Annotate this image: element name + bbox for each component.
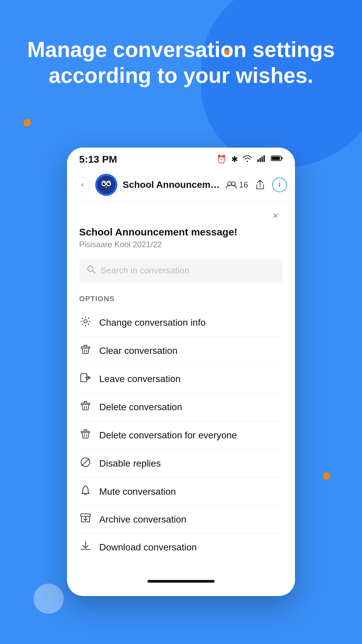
options-label: OPTIONS [79,294,283,303]
members-badge: 16 [226,180,248,190]
svg-point-17 [84,320,87,323]
drawer-close-row: × [79,201,283,226]
svg-rect-3 [263,155,265,162]
svg-rect-1 [259,158,261,162]
status-time: 5:13 PM [79,154,117,165]
svg-point-7 [97,176,115,194]
settings-icon [79,316,92,329]
bluetooth-icon: ✱ [231,155,238,164]
phone-mockup: 5:13 PM ⏰ ✱ [67,148,295,596]
info-icon: i [279,180,281,189]
search-box[interactable]: Search in conversation [79,259,283,282]
menu-label-change-info: Change conversation info [99,317,206,328]
members-count: 16 [239,180,248,190]
circle-bottom-left [34,584,64,614]
svg-rect-2 [261,157,263,162]
svg-point-12 [104,183,105,184]
svg-rect-18 [81,347,90,348]
home-indicator [147,580,215,583]
svg-point-11 [107,182,110,185]
drawer-title: School Announcement message! [79,226,283,238]
menu-label-archive: Archive conversation [99,514,186,525]
leave-icon [79,372,92,385]
menu-item-download[interactable]: Download conversation [79,533,283,561]
download-icon [79,541,92,554]
battery-icon [271,155,283,164]
svg-point-13 [109,183,110,184]
chat-header: ‹ School Announcement... [67,169,295,201]
menu-label-disable-replies: Disable replies [99,458,161,469]
back-button[interactable]: ‹ [75,177,90,192]
menu-item-change-info[interactable]: Change conversation info [79,309,283,337]
search-icon [86,265,96,276]
menu-item-delete-all[interactable]: Delete conversation for everyone [79,421,283,449]
chat-title: School Announcement... [123,179,220,190]
drawer-panel: × School Announcement message! Pisisaare… [67,201,295,573]
archive-icon [79,513,92,526]
header-actions: 16 i [226,177,287,192]
close-button[interactable]: × [268,208,283,223]
attachment-button[interactable] [253,177,267,192]
dot-right [323,472,330,480]
menu-label-delete: Delete conversation [99,402,182,413]
status-icons: ⏰ ✱ [217,155,283,164]
menu-label-leave: Leave conversation [99,374,181,384]
svg-point-10 [103,182,105,185]
svg-rect-23 [81,514,90,517]
svg-rect-0 [257,159,259,162]
search-placeholder: Search in conversation [101,265,189,276]
menu-item-archive[interactable]: Archive conversation [79,506,283,533]
svg-rect-6 [281,157,283,159]
menu-label-mute: Mute conversation [99,486,176,497]
disable-icon [79,457,92,470]
menu-label-download: Download conversation [99,542,197,553]
bell-icon [79,485,92,498]
status-bar: 5:13 PM ⏰ ✱ [67,148,295,169]
menu-item-leave[interactable]: Leave conversation [79,365,283,393]
trash-icon-delete-all [79,429,92,442]
menu-label-clear: Clear conversation [99,345,177,356]
wifi-icon [243,155,252,164]
menu-item-delete[interactable]: Delete conversation [79,393,283,421]
trash-icon-clear [79,344,92,357]
menu-item-clear[interactable]: Clear conversation [79,337,283,365]
signal-icon [257,155,266,164]
menu-label-delete-all: Delete conversation for everyone [99,430,237,441]
alarm-icon: ⏰ [217,155,227,164]
drawer-subtitle: Pisisaare Kool 2021/22 [79,240,283,249]
menu-item-disable-replies[interactable]: Disable replies [79,449,283,478]
info-button[interactable]: i [272,177,287,192]
menu-item-mute[interactable]: Mute conversation [79,478,283,506]
svg-rect-21 [81,431,90,433]
dot-left [23,119,31,126]
trash-icon-delete [79,400,92,414]
svg-rect-20 [81,403,90,405]
menu-list: Change conversation info Clear conversat… [79,309,283,561]
hero-text: Manage conversation settings according t… [0,37,362,89]
svg-rect-5 [272,157,280,160]
avatar [95,174,117,196]
